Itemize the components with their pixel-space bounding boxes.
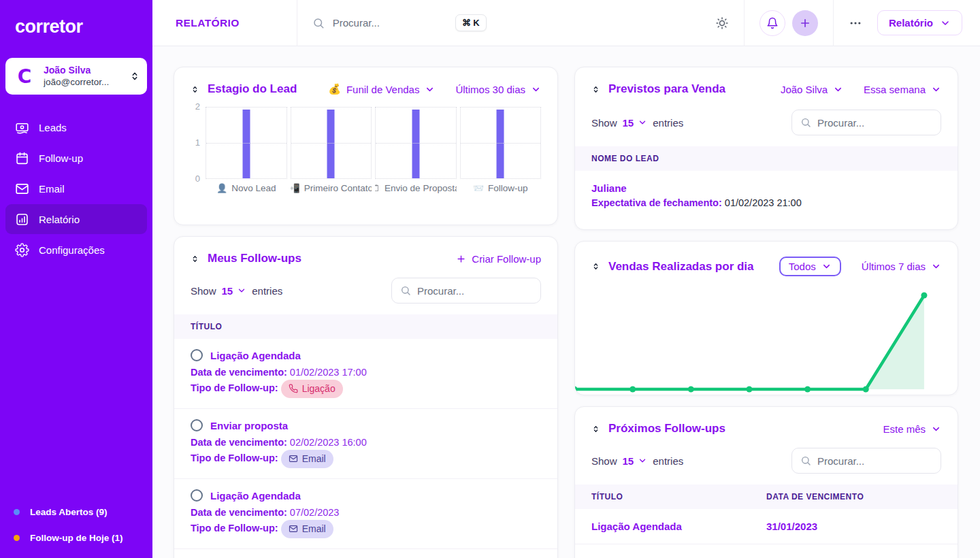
period-filter-dropdown[interactable]: Este mês xyxy=(883,423,941,435)
sort-handle-icon[interactable] xyxy=(591,85,600,94)
period-filter-label: Este mês xyxy=(883,423,926,435)
line-chart-svg xyxy=(574,289,958,395)
card-title: Previstos para Venda xyxy=(608,82,725,96)
lead-stage-card: Estagio do Lead 💰 Funil de Vendas Último… xyxy=(174,67,558,225)
sidebar-item-follow-up[interactable]: Follow-up xyxy=(5,143,147,173)
notifications-button[interactable] xyxy=(760,10,785,36)
owner-filter-dropdown[interactable]: João Silva xyxy=(781,84,843,95)
row-checkbox[interactable] xyxy=(191,419,203,431)
divider xyxy=(744,0,745,46)
user-switcher[interactable]: C João Silva joão@corretor... xyxy=(5,58,147,95)
phone-icon xyxy=(289,384,298,393)
ellipsis-icon xyxy=(849,16,862,30)
sidebar-item-leads[interactable]: Leads xyxy=(5,112,147,142)
upcoming-row: Ligação Agendada 31/01/2023 xyxy=(575,509,958,544)
column-titulo: TÍTULO xyxy=(591,492,766,502)
due-value: 01/02/2023 17:00 xyxy=(290,367,367,378)
chevron-down-icon xyxy=(425,84,435,95)
period-filter-dropdown[interactable]: Últimos 30 dias xyxy=(455,84,541,95)
sidebar-item-label: Follow-up xyxy=(39,152,83,164)
chevron-down-icon xyxy=(931,261,941,272)
period-filter-dropdown[interactable]: Últimos 7 dias xyxy=(862,261,941,272)
followup-hoje-badge[interactable]: Follow-up de Hoje (1) xyxy=(14,533,142,543)
money-bag-icon: 💰 xyxy=(328,83,341,95)
bar-column xyxy=(375,107,457,179)
sidebar-item-configuracoes[interactable]: Configurações xyxy=(5,235,147,265)
sort-handle-icon[interactable] xyxy=(191,85,199,94)
owner-filter-label: João Silva xyxy=(781,84,828,95)
data-point xyxy=(746,387,752,393)
search-input[interactable] xyxy=(817,455,932,467)
search-icon xyxy=(800,455,811,466)
bar-column xyxy=(291,107,372,179)
row-checkbox[interactable] xyxy=(191,489,203,502)
badge-label: Leads Abertos (9) xyxy=(30,507,108,517)
search-icon xyxy=(312,17,325,29)
page-size-select[interactable]: 15 xyxy=(222,285,247,297)
category-icon: 👤 xyxy=(216,183,227,193)
header-actions: Relatório xyxy=(715,0,962,46)
sidebar-footer: Leads Abertos (9) Follow-up de Hoje (1) xyxy=(0,507,152,558)
blue-dot-icon xyxy=(14,509,20,515)
my-followups-card: Meus Follow-ups Criar Follow-up Show 15 xyxy=(174,236,558,558)
due-label: Data de vencimento: xyxy=(191,367,287,378)
page-size-select[interactable]: 15 xyxy=(623,117,648,129)
upcoming-title: Ligação Agendada xyxy=(591,519,766,534)
left-column: Estagio do Lead 💰 Funil de Vendas Último… xyxy=(174,67,558,558)
chevron-down-icon xyxy=(638,118,647,127)
plus-icon xyxy=(799,17,811,29)
category-icon: 🗒 xyxy=(375,183,380,193)
scope-filter-dropdown[interactable]: Todos xyxy=(779,257,841,276)
chevron-down-icon xyxy=(638,456,647,465)
sort-handle-icon[interactable] xyxy=(591,262,600,271)
create-followup-label: Criar Follow-up xyxy=(472,253,541,265)
user-email: joão@corretor... xyxy=(44,76,122,88)
table-header: TÍTULO xyxy=(174,314,557,339)
close-value: 01/02/2023 21:00 xyxy=(725,197,802,208)
data-point xyxy=(574,387,578,393)
more-options-button[interactable] xyxy=(849,16,862,30)
category-label: Novo Lead xyxy=(231,183,276,193)
card-title: Meus Follow-ups xyxy=(208,252,301,265)
funnel-filter-dropdown[interactable]: 💰 Funil de Vendas xyxy=(328,83,435,95)
right-column: Previstos para Venda João Silva Essa sem… xyxy=(574,67,958,558)
leads-icon xyxy=(15,120,29,135)
sort-handle-icon[interactable] xyxy=(591,425,600,433)
data-point xyxy=(688,387,694,393)
badge-label: Follow-up de Hoje (1) xyxy=(30,533,123,543)
category-label: Follow-up xyxy=(488,183,528,193)
page-selector-button[interactable]: Relatório xyxy=(877,10,962,35)
quick-add-button[interactable] xyxy=(792,10,818,36)
sidebar-item-relatorio[interactable]: Relatório xyxy=(5,204,147,234)
page-title: RELATÓRIO xyxy=(176,17,240,29)
create-followup-button[interactable]: Criar Follow-up xyxy=(456,253,541,265)
search-input[interactable] xyxy=(417,285,532,297)
divider xyxy=(297,0,297,46)
bar xyxy=(412,110,419,178)
bar-column xyxy=(460,107,542,179)
search-input[interactable] xyxy=(817,117,932,129)
sidebar-item-label: Leads xyxy=(39,122,67,133)
sidebar-item-email[interactable]: Email xyxy=(5,174,147,203)
leads-abertos-badge[interactable]: Leads Abertos (9) xyxy=(14,507,142,517)
bar xyxy=(497,110,504,178)
lead-stage-grid xyxy=(206,107,541,179)
user-meta: João Silva joão@corretor... xyxy=(44,64,122,88)
close-label: Expectativa de fechamento: xyxy=(591,197,722,208)
sidebar-nav: Leads Follow-up Email Relatório Configur… xyxy=(0,112,152,265)
followup-row: Enviar proposta Data de vencimento: 02/0… xyxy=(174,409,557,479)
page-size-select[interactable]: 15 xyxy=(623,455,648,467)
search-input[interactable] xyxy=(333,17,421,29)
brand-logo[interactable]: corretor xyxy=(0,0,152,51)
line-series xyxy=(574,295,924,389)
period-filter-dropdown[interactable]: Essa semana xyxy=(864,84,941,95)
followup-row: Ligação Agendada Data de vencimento: 07/… xyxy=(174,479,557,549)
row-checkbox[interactable] xyxy=(191,349,203,361)
page-size-control: Show 15 entries xyxy=(191,285,282,297)
bar xyxy=(242,110,250,178)
type-badge-email: Email xyxy=(281,450,333,468)
chevron-down-icon xyxy=(931,84,941,95)
theme-toggle-button[interactable] xyxy=(715,16,729,30)
sort-handle-icon[interactable] xyxy=(191,255,199,263)
bar xyxy=(327,110,335,178)
